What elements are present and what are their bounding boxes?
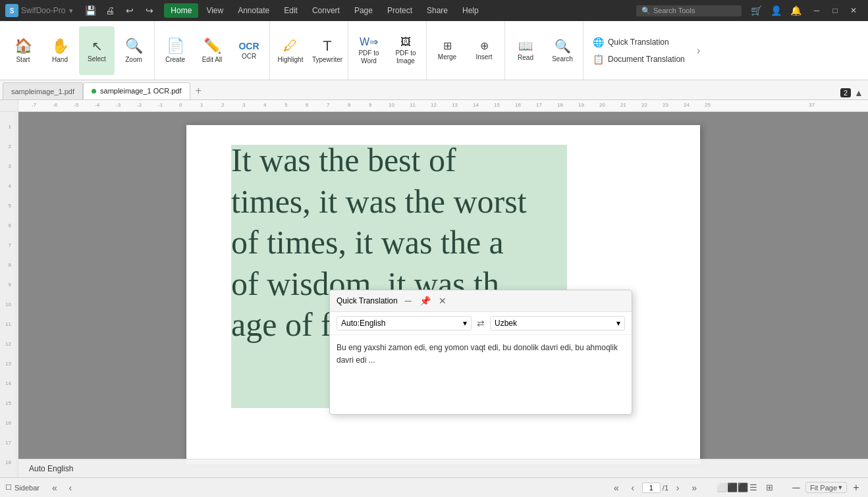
ribbon-group-tools: 📖 Read 🔍 Search xyxy=(505,21,583,80)
start-button[interactable]: 🏠 Start xyxy=(5,26,41,75)
ocr-button[interactable]: OCR OCR xyxy=(231,26,267,75)
save-button[interactable]: 💾 xyxy=(81,1,99,20)
ribbon-scroll-arrow[interactable]: › xyxy=(694,45,703,57)
auto-english-bar: Auto English xyxy=(18,459,868,477)
shop-icon[interactable]: 🛒 xyxy=(747,1,765,20)
insert-label: Insert xyxy=(475,53,492,61)
qt-target-lang-label: Uzbek xyxy=(495,319,517,328)
read-button[interactable]: 📖 Read xyxy=(508,38,543,63)
edit-all-button[interactable]: ✏️ Edit All xyxy=(194,26,230,75)
start-label: Start xyxy=(16,56,30,64)
ribbon-group-pages: ⊞ Merge ⊕ Insert xyxy=(427,21,505,80)
typewriter-button[interactable]: T Typewriter xyxy=(310,26,345,75)
create-button[interactable]: 📄 Create xyxy=(157,26,193,75)
tabs-nav-up[interactable]: ▲ xyxy=(852,86,865,99)
qt-swap-button[interactable]: ⇄ xyxy=(475,317,486,330)
sidebar-toggle-button[interactable]: ☐ Sidebar xyxy=(5,483,40,492)
zoom-label: Zoom xyxy=(125,56,142,64)
app-logo: S SwifDoo-Pro ▾ xyxy=(5,4,73,17)
svg-text:-1: -1 xyxy=(158,102,163,108)
merge-button[interactable]: ⊞ Merge xyxy=(429,26,465,75)
fit-page-label: Fit Page xyxy=(810,484,837,492)
zoom-out-button[interactable]: ─ xyxy=(790,481,803,494)
nav-first-button[interactable]: « xyxy=(609,481,624,495)
pdf-line-1: It was the best of xyxy=(231,140,687,181)
merge-label: Merge xyxy=(438,53,456,61)
zoom-button[interactable]: 🔍 Zoom xyxy=(116,26,151,75)
qt-minimize-button[interactable]: ─ xyxy=(402,294,415,307)
view-double-page[interactable]: ⬛⬛ xyxy=(730,481,745,495)
notification-icon[interactable]: 🔔 xyxy=(786,1,805,20)
qt-target-lang-select[interactable]: Uzbek ▾ xyxy=(490,316,625,330)
undo-button[interactable]: ↩ xyxy=(121,1,139,20)
fit-page-select[interactable]: Fit Page ▾ xyxy=(805,482,847,493)
add-tab-button[interactable]: + xyxy=(190,82,207,99)
search-tools-input[interactable]: 🔍 Search Tools xyxy=(636,5,742,16)
svg-text:9: 9 xyxy=(9,282,12,288)
redo-button[interactable]: ↪ xyxy=(140,1,159,20)
quick-translation-button[interactable]: 🌐 Quick Translation xyxy=(589,35,689,49)
pdf-to-image-button[interactable]: 🖼 PDF to Image xyxy=(388,26,423,75)
ribbon: 🏠 Start ✋ Hand ↖ Select 🔍 Zoom 📄 Create … xyxy=(0,21,868,80)
qt-close-button[interactable]: ✕ xyxy=(436,294,449,307)
titlebar-actions: 🛒 👤 🔔 xyxy=(747,1,805,20)
titlebar: S SwifDoo-Pro ▾ 💾 🖨 ↩ ↪ Home View Annota… xyxy=(0,0,868,21)
nav-prev-prev-button[interactable]: « xyxy=(47,481,62,495)
menu-page[interactable]: Page xyxy=(348,3,379,18)
svg-text:25: 25 xyxy=(705,102,711,108)
edit-all-label: Edit All xyxy=(202,56,223,64)
search-button[interactable]: 🔍 Search xyxy=(545,26,580,75)
hand-button[interactable]: ✋ Hand xyxy=(42,26,78,75)
nav-prev-button[interactable]: ‹ xyxy=(63,481,78,495)
menu-home[interactable]: Home xyxy=(164,3,198,18)
select-button[interactable]: ↖ Select xyxy=(79,26,115,75)
menu-help[interactable]: Help xyxy=(456,3,485,18)
view-mode-buttons: ⬜ ⬛⬛ ☰ ⊞ xyxy=(715,481,776,495)
view-scroll[interactable]: ☰ xyxy=(746,481,761,495)
select-icon: ↖ xyxy=(92,38,103,54)
menu-annotate[interactable]: Annotate xyxy=(231,3,276,18)
svg-text:12: 12 xyxy=(5,341,11,347)
print-button[interactable]: 🖨 xyxy=(101,1,119,20)
highlight-button[interactable]: 🖊 Highlight xyxy=(273,26,308,75)
tab-sampleimage-ocr[interactable]: sampleimage_1 OCR.pdf xyxy=(83,82,190,99)
svg-text:7: 7 xyxy=(327,102,330,108)
pdf-to-word-button[interactable]: W⇒ PDF to Word xyxy=(351,26,387,75)
search-icon: 🔍 xyxy=(555,38,571,54)
main-area: 1 2 3 4 5 6 7 8 9 10 11 12 13 14 15 16 1… xyxy=(0,112,868,477)
svg-text:1: 1 xyxy=(200,102,203,108)
qt-source-lang-select[interactable]: Auto:English ▾ xyxy=(337,316,472,330)
close-button[interactable]: ✕ xyxy=(844,1,863,20)
insert-button[interactable]: ⊕ Insert xyxy=(466,26,502,75)
tab2-label: sampleimage_1 OCR.pdf xyxy=(100,87,182,95)
document-translation-button[interactable]: 📋 Document Translation xyxy=(589,52,689,66)
page-number-input[interactable] xyxy=(642,483,661,493)
menu-convert[interactable]: Convert xyxy=(306,3,346,18)
menu-protect[interactable]: Protect xyxy=(381,3,419,18)
user-icon[interactable]: 👤 xyxy=(767,1,785,20)
menu-edit[interactable]: Edit xyxy=(277,3,304,18)
qt-pin-button[interactable]: 📌 xyxy=(419,294,432,307)
tab-sampleimage[interactable]: sampleimage_1.pdf xyxy=(3,82,83,99)
dropdown-arrow[interactable]: ▾ xyxy=(69,7,73,15)
svg-text:20: 20 xyxy=(599,102,605,108)
select-label: Select xyxy=(88,55,106,63)
nav-forward-button[interactable]: › xyxy=(670,481,685,495)
view-grid[interactable]: ⊞ xyxy=(762,481,776,495)
minimize-button[interactable]: ─ xyxy=(807,1,826,20)
qt-translated-text: Bu eng yaxshi zamon edi, eng yomon vaqt … xyxy=(330,335,632,414)
statusbar: ☐ Sidebar « ‹ « ‹ /1 › » ⬜ ⬛⬛ ☰ ⊞ ─ Fit … xyxy=(0,477,868,497)
menu-view[interactable]: View xyxy=(200,3,230,18)
qt-title: Quick Translation xyxy=(337,296,398,305)
svg-text:3: 3 xyxy=(242,102,246,108)
document-translation-label: Document Translation xyxy=(608,55,685,64)
nav-last-button[interactable]: » xyxy=(687,481,701,495)
maximize-button[interactable]: □ xyxy=(826,1,844,20)
zoom-in-button[interactable]: + xyxy=(850,481,863,494)
svg-text:11: 11 xyxy=(410,102,416,108)
nav-back-button[interactable]: ‹ xyxy=(626,481,640,495)
menu-share[interactable]: Share xyxy=(420,3,454,18)
ruler-content: -7 -6 -5 -4 -3 -2 -1 0 1 2 3 4 5 6 7 8 9… xyxy=(18,100,868,111)
tabs-count-badge: 2 xyxy=(840,88,851,97)
edit-all-icon: ✏️ xyxy=(203,38,221,55)
